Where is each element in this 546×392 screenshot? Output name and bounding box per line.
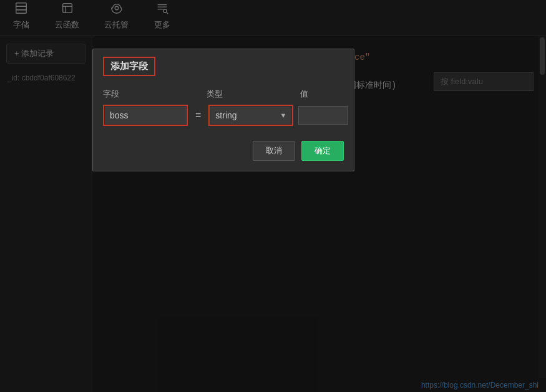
type-select-container: string number boolean object array null … — [210, 107, 291, 124]
dialog-body: 字段 类型 值 = string number boolean object a… — [93, 81, 354, 136]
label-field: 字段 — [103, 88, 184, 100]
dialog-title-bar: 添加字段 — [93, 49, 354, 81]
field-name-input[interactable] — [105, 107, 186, 124]
label-type: 类型 — [207, 88, 288, 100]
dialog-footer: 取消 确定 — [93, 136, 354, 171]
dialog-title: 添加字段 — [103, 57, 155, 76]
field-input-wrapper — [103, 105, 188, 126]
confirm-button[interactable]: 确定 — [301, 141, 344, 161]
add-field-dialog: 添加字段 字段 类型 值 = string number boolean obj… — [92, 49, 354, 171]
dialog-input-row: = string number boolean object array nul… — [103, 105, 344, 126]
field-value-input[interactable] — [298, 106, 348, 125]
equals-sign: = — [193, 110, 203, 121]
type-select-wrapper: string number boolean object array null … — [208, 105, 293, 126]
label-value: 值 — [300, 88, 344, 100]
dialog-labels: 字段 类型 值 — [103, 88, 344, 100]
cancel-button[interactable]: 取消 — [253, 141, 295, 161]
type-select[interactable]: string number boolean object array null … — [210, 107, 291, 124]
